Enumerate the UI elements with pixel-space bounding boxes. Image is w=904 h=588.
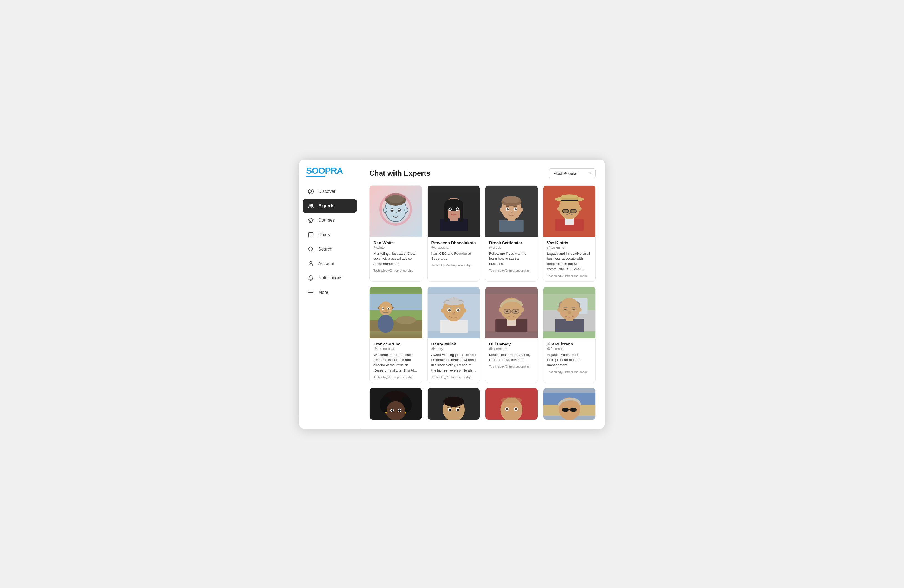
chevron-down-icon: ▾: [589, 171, 591, 175]
expert-handle-5: @henry: [431, 347, 476, 351]
sidebar-item-discover[interactable]: Discover: [303, 185, 357, 198]
expert-card-6[interactable]: Bill Harvey @username Media Researcher, …: [485, 287, 538, 383]
svg-point-0: [308, 189, 313, 194]
expert-avatar-0: [370, 186, 422, 237]
expert-avatar-3: [543, 186, 596, 237]
expert-bio-5: Award-winning journalist and credentiale…: [431, 352, 476, 373]
sidebar-item-search-label: Search: [318, 247, 332, 252]
svg-rect-60: [370, 294, 422, 310]
svg-point-126: [449, 409, 451, 411]
logo-text: SOOPRA: [306, 166, 354, 175]
sidebar-item-notifications[interactable]: Notifications: [303, 271, 357, 285]
expert-card-partial-0[interactable]: [369, 388, 422, 420]
svg-point-18: [384, 207, 387, 213]
users-icon: [307, 202, 315, 210]
expert-avatar-4: [370, 287, 422, 338]
svg-point-123: [443, 397, 464, 406]
svg-rect-73: [439, 320, 468, 333]
svg-point-130: [501, 397, 522, 403]
svg-rect-56: [570, 209, 576, 213]
sidebar-item-notifications-label: Notifications: [318, 275, 342, 281]
svg-point-62: [396, 316, 416, 324]
svg-point-58: [578, 207, 582, 211]
expert-card-7[interactable]: Jim Pulcrano @Pulcrano Adjunct Professor…: [543, 287, 596, 383]
sidebar-item-experts-label: Experts: [318, 203, 335, 209]
svg-point-57: [557, 207, 561, 211]
logo-underline: [306, 175, 326, 177]
sidebar-item-courses[interactable]: Courses: [303, 213, 357, 227]
svg-point-104: [567, 311, 571, 314]
svg-point-6: [310, 261, 311, 263]
svg-rect-26: [460, 204, 463, 222]
expert-handle-3: @vaskiniris: [547, 246, 592, 250]
expert-bio-0: Marketing, illustrated. Clear, succinct,…: [373, 251, 418, 267]
expert-card-4[interactable]: Frank Sortino @sortino-chat Welcome, I a…: [369, 287, 422, 383]
svg-point-29: [449, 208, 451, 210]
expert-card-body-7: Jim Pulcrano @Pulcrano Adjunct Professor…: [543, 338, 596, 378]
sidebar-item-more[interactable]: More: [303, 286, 357, 299]
svg-point-81: [452, 313, 455, 315]
svg-point-3: [311, 204, 313, 205]
expert-card-partial-3[interactable]: [543, 388, 596, 420]
expert-bio-1: I am CEO and Founder at Soopra.ai.: [431, 251, 476, 262]
expert-bio-4: Welcome, I am professor Emeritus in Fina…: [373, 352, 418, 373]
expert-card-partial-2[interactable]: [485, 388, 538, 420]
expert-tag-6: Technology/Entrepreneurship: [489, 365, 534, 368]
sort-dropdown[interactable]: Most Popular ▾: [548, 168, 596, 178]
expert-handle-4: @sortino-chat: [373, 347, 418, 351]
expert-name-4: Frank Sortino: [373, 341, 418, 346]
menu-icon: [307, 289, 315, 296]
expert-card-body-1: Praveena Dhanalakota @praveena I am CEO …: [428, 237, 480, 271]
expert-bio-2: Follow me if you want to learn how to st…: [489, 251, 534, 267]
svg-rect-140: [570, 408, 577, 411]
expert-tag-5: Technology/Entrepreneurship: [431, 375, 476, 379]
search-icon: [307, 246, 315, 253]
expert-bio-7: Adjunct Professor of Entrepreneurship an…: [547, 352, 592, 368]
svg-point-133: [506, 408, 509, 410]
expert-name-1: Praveena Dhanalakota: [431, 240, 476, 245]
svg-point-107: [557, 307, 561, 311]
sidebar-item-more-label: More: [318, 290, 328, 295]
svg-point-117: [391, 409, 394, 411]
sidebar-item-experts[interactable]: Experts: [303, 199, 357, 213]
expert-tag-7: Technology/Entrepreneurship: [547, 370, 592, 373]
svg-rect-101: [555, 319, 583, 332]
svg-point-42: [520, 207, 523, 212]
svg-point-66: [378, 315, 394, 333]
expert-tag-0: Technology/Entrepreneurship: [373, 269, 418, 272]
bell-icon: [307, 274, 315, 281]
svg-point-36: [503, 196, 520, 203]
sidebar-item-search[interactable]: Search: [303, 242, 357, 256]
sidebar-item-chats[interactable]: Chats: [303, 228, 357, 242]
svg-point-97: [520, 307, 524, 312]
svg-point-16: [391, 210, 393, 211]
main-header: Chat with Experts Most Popular ▾: [369, 168, 596, 178]
sidebar-item-discover-label: Discover: [318, 189, 335, 194]
expert-avatar-partial-1: [428, 388, 480, 420]
main-content: Chat with Experts Most Popular ▾: [360, 160, 605, 429]
expert-card-2[interactable]: Brock Settlemier @brock Follow me if you…: [485, 185, 538, 281]
svg-rect-32: [499, 220, 523, 232]
expert-avatar-partial-0: [370, 388, 422, 420]
expert-card-5[interactable]: Henry Mulak @henry Award-winning journal…: [427, 287, 480, 383]
svg-point-105: [561, 311, 566, 316]
expert-card-3[interactable]: Vas Kiniris @vaskiniris Legacy and innov…: [543, 185, 596, 281]
svg-point-108: [578, 307, 582, 311]
expert-card-body-5: Henry Mulak @henry Award-winning journal…: [428, 338, 480, 383]
svg-point-80: [457, 309, 460, 311]
svg-point-50: [561, 194, 578, 198]
expert-card-1[interactable]: Praveena Dhanalakota @praveena I am CEO …: [427, 185, 480, 281]
expert-name-3: Vas Kiniris: [547, 240, 592, 245]
svg-point-106: [573, 311, 578, 316]
experts-grid: Dan White @white Marketing, illustrated.…: [369, 185, 596, 420]
sidebar-item-account[interactable]: Account: [303, 257, 357, 270]
svg-point-30: [457, 208, 458, 210]
expert-card-partial-1[interactable]: [427, 388, 480, 420]
sidebar-item-courses-label: Courses: [318, 218, 335, 223]
svg-point-95: [515, 310, 517, 312]
app-window: SOOPRA Discover: [299, 160, 605, 429]
expert-avatar-1: [428, 186, 480, 237]
expert-tag-1: Technology/Entrepreneurship: [431, 264, 476, 267]
expert-card-0[interactable]: Dan White @white Marketing, illustrated.…: [369, 185, 422, 281]
expert-card-body-3: Vas Kiniris @vaskiniris Legacy and innov…: [543, 237, 596, 281]
